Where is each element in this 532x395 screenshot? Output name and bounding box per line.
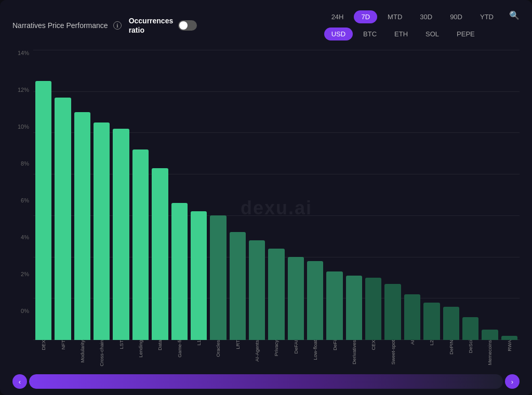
bar-desci[interactable] [462, 317, 478, 340]
chart-wrapper: 14%12%10%8%6%4%2%0% DEXNFTModularityCros… [12, 50, 520, 366]
x-label-group: LST [113, 340, 129, 349]
x-label: DePIN [448, 340, 454, 355]
x-labels: DEXNFTModularityCross-chainLSTLendingDat… [33, 340, 520, 366]
x-label: Derivatives [351, 340, 357, 364]
x-label: Game-fi [177, 340, 182, 358]
x-label: Memecoins [487, 340, 493, 365]
bar-group [191, 50, 207, 340]
time-row: 24H7DMTD30D90DYTD [324, 10, 501, 23]
bar-crosschain[interactable] [94, 122, 110, 340]
bar-group [230, 50, 246, 340]
bar-group [365, 50, 381, 340]
time-option-24h[interactable]: 24H [324, 10, 351, 23]
x-label: DeFi [332, 340, 338, 350]
bar-group [482, 50, 498, 340]
bar-group [307, 50, 323, 340]
x-label-group: CEX [365, 340, 381, 350]
bar-oracles[interactable] [210, 215, 226, 340]
search-icon[interactable]: 🔍 [509, 10, 520, 20]
x-label: AI [409, 340, 415, 345]
x-label-group: Cross-chain [94, 340, 110, 366]
x-label: Privacy [273, 340, 279, 356]
currency-option-sol[interactable]: SOL [418, 28, 446, 40]
x-label: L2 [429, 340, 434, 346]
bar-gamefi[interactable] [171, 203, 188, 340]
bar-group [346, 50, 362, 340]
x-label-group: AI [404, 340, 420, 345]
bar-l1[interactable] [191, 211, 207, 340]
x-label-group: DeFAI [288, 340, 304, 353]
bar-group [35, 50, 51, 340]
bar-group [74, 50, 90, 340]
y-label: 14% [12, 50, 33, 56]
scroll-left-button[interactable]: ‹ [12, 374, 27, 389]
bar-group [171, 50, 188, 340]
info-icon[interactable]: ℹ [113, 21, 122, 30]
x-label-group: DeSci [462, 340, 478, 353]
bar-l2[interactable] [423, 303, 440, 340]
y-label: 6% [12, 197, 33, 203]
bar-defi[interactable] [326, 271, 342, 340]
x-label: Lending [138, 340, 143, 358]
bar-data[interactable] [152, 168, 168, 340]
time-option-7d[interactable]: 7D [354, 10, 377, 23]
x-label: RWA [507, 340, 512, 351]
time-option-30d[interactable]: 30D [413, 10, 440, 23]
x-label-group: Modularity [74, 340, 90, 363]
bar-lending[interactable] [132, 149, 149, 340]
bar-dex[interactable] [35, 81, 51, 340]
x-label: CEX [370, 340, 376, 350]
x-label-group: L2 [423, 340, 440, 346]
bar-lrt[interactable] [230, 232, 246, 340]
bar-lowfloat[interactable] [307, 261, 323, 340]
bar-lst[interactable] [113, 129, 129, 340]
bar-group [268, 50, 284, 340]
y-label: 10% [12, 124, 33, 130]
chart-title: Narratives Price Performance [12, 21, 108, 30]
bar-memecoins[interactable] [482, 330, 498, 340]
x-label: DeSci [468, 340, 473, 353]
bar-nft[interactable] [55, 98, 71, 340]
scrollbar-fill [29, 374, 503, 389]
bar-privacy[interactable] [268, 249, 284, 340]
x-label: Data [157, 340, 163, 350]
occurrences-toggle[interactable] [178, 20, 197, 31]
x-label: LST [118, 340, 124, 349]
x-label-group: DePIN [443, 340, 459, 355]
time-option-ytd[interactable]: YTD [473, 10, 501, 23]
bar-derivatives[interactable] [346, 276, 362, 340]
header: Narratives Price Performance ℹ Occurrenc… [12, 10, 520, 40]
time-option-90d[interactable]: 90D [443, 10, 470, 23]
bar-ai[interactable] [404, 294, 420, 340]
occurrences-label: Occurrencesratio [129, 16, 174, 35]
bar-defai[interactable] [288, 257, 304, 340]
currency-option-pepe[interactable]: PEPE [449, 28, 482, 40]
x-label-group: L1 [191, 340, 207, 346]
y-label: 4% [12, 234, 33, 240]
bar-group [152, 50, 168, 340]
x-label: Sweet-spot [390, 340, 396, 365]
x-label-group: NFT [55, 340, 71, 349]
bar-group [94, 50, 110, 340]
currency-option-usd[interactable]: USD [324, 28, 353, 40]
x-label-group: Lending [132, 340, 149, 358]
y-label: 2% [12, 271, 33, 277]
x-label: Modularity [79, 340, 85, 363]
bar-group [501, 50, 517, 340]
bar-cex[interactable] [365, 278, 381, 340]
currency-option-eth[interactable]: ETH [387, 28, 415, 40]
y-label: 12% [12, 87, 33, 93]
scroll-right-button[interactable]: › [505, 374, 520, 389]
bar-sweetspot[interactable] [384, 284, 401, 340]
scrollbar-track[interactable] [29, 374, 503, 389]
chart-area: 14%12%10%8%6%4%2%0% DEXNFTModularityCros… [12, 50, 520, 395]
bar-depin[interactable] [443, 307, 459, 340]
currency-row: USDBTCETHSOLPEPE [324, 28, 482, 40]
bars-row [33, 50, 520, 340]
bar-modularity[interactable] [74, 112, 90, 340]
currency-option-btc[interactable]: BTC [356, 28, 384, 40]
bar-aiagents[interactable] [249, 240, 265, 340]
time-option-mtd[interactable]: MTD [380, 10, 409, 23]
x-label: L1 [196, 340, 202, 346]
x-label-group: Memecoins [482, 340, 498, 365]
